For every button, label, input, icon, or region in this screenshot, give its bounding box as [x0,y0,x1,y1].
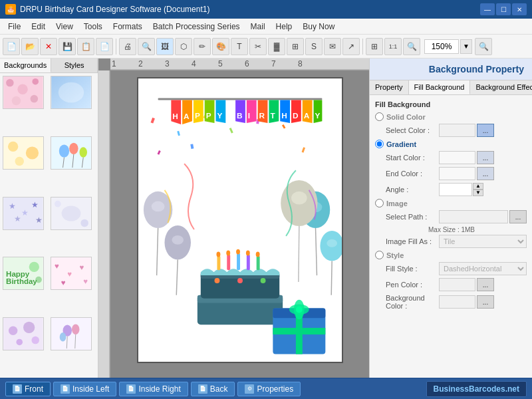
back-icon: 📄 [198,384,207,394]
start-color-input[interactable] [439,151,475,164]
bg-thumb-9[interactable] [3,317,44,350]
style-label[interactable]: Style [386,251,404,259]
menu-view[interactable]: View [51,21,78,33]
gradient-label[interactable]: Gradient [386,140,416,148]
close-button[interactable]: ✕ [512,3,527,15]
tab-front[interactable]: 📄 Front [5,382,51,396]
canvas-area: 1 2 3 4 5 6 7 8 1 [98,59,369,378]
zoom-input[interactable] [424,39,459,54]
maximize-button[interactable]: ☐ [496,3,511,15]
zoom-in-button[interactable]: 🔍 [403,38,420,55]
menu-formats[interactable]: Formats [108,21,148,33]
inside-left-label: Inside Left [72,384,109,394]
status-bar: 📄 Front 📄 Inside Left 📄 Inside Right 📄 B… [0,378,532,399]
svg-rect-73 [158,98,322,100]
tab-inside-left[interactable]: 📄 Inside Left [53,382,116,396]
menu-mail[interactable]: Mail [245,21,271,33]
tab-inside-right[interactable]: 📄 Inside Right [119,382,188,396]
select-color-button[interactable]: ... [477,124,494,137]
menu-tools[interactable]: Tools [78,21,108,33]
tab-background-effects[interactable]: Background Effects [470,80,532,94]
angle-up-button[interactable]: ▲ [473,183,483,190]
svg-text:B: B [237,111,243,120]
tab-backgrounds[interactable]: Backgrounds [0,59,51,72]
bg-thumb-10[interactable] [51,317,92,350]
add-text-button[interactable]: T [231,38,248,55]
clipart-button[interactable]: ✂ [249,38,267,55]
svg-point-32 [29,262,39,272]
start-color-label: Start Color : [386,154,439,162]
window-controls[interactable]: — ☐ ✕ [480,3,527,15]
angle-spinner[interactable]: ▲ ▼ [473,183,483,196]
svg-point-138 [295,307,302,313]
angle-input[interactable]: 359 [439,183,472,196]
aspect-button[interactable]: 1:1 [384,38,402,55]
signature-button[interactable]: S [305,38,323,55]
menu-help[interactable]: Help [271,21,298,33]
tab-property[interactable]: Property [370,80,409,94]
draw-button[interactable]: ✏ [194,38,211,55]
right-panel: Background Property Property Fill Backgr… [369,59,532,378]
barcode-button[interactable]: ▓ [268,38,285,55]
bg-thumb-3[interactable] [3,136,44,170]
copy-button[interactable]: 📄 [96,38,113,55]
grid-button[interactable]: ⊞ [366,38,383,55]
arrow-button[interactable]: ↗ [342,38,360,55]
toolbar: 📄 📂 ✕ 💾 📋 📄 🖨 🔍 🖼 ⬡ ✏ 🎨 T ✂ ▓ ⊞ S ✉ ↗ ⊞ … [0,35,532,59]
pen-color-button[interactable]: ... [477,278,494,291]
close-doc-button[interactable]: ✕ [40,38,57,55]
svg-text:♥: ♥ [79,264,84,272]
svg-rect-124 [237,253,240,271]
bg-thumb-2[interactable] [51,76,92,109]
menu-batch[interactable]: Batch Processing Series [148,21,245,33]
zoom-dropdown-button[interactable]: ▼ [460,39,472,54]
svg-text:Y: Y [315,111,320,120]
email-button[interactable]: ✉ [324,38,341,55]
tab-properties[interactable]: ⚙ Properties [237,382,301,396]
end-color-button[interactable]: ... [477,167,494,180]
gradient-row: Gradient [375,140,527,148]
bg-thumb-7[interactable]: HappyBirthday [3,257,44,290]
save-as-button[interactable]: 📋 [77,38,94,55]
tab-styles[interactable]: Styles [51,59,98,72]
print-preview-button[interactable]: 🔍 [138,38,155,55]
menu-file[interactable]: File [3,21,26,33]
solid-color-radio[interactable] [375,112,384,121]
angle-down-button[interactable]: ▼ [473,190,483,196]
add-shape-button[interactable]: ⬡ [175,38,192,55]
tab-fill-background[interactable]: Fill Background [409,80,471,94]
zoom-out-button[interactable]: 🔍 [475,38,492,55]
add-image-button[interactable]: 🖼 [156,38,174,55]
bg-color-button[interactable]: ... [477,295,494,309]
design-canvas[interactable]: H A P P Y B I [137,77,343,363]
print-button[interactable]: 🖨 [119,38,136,55]
qr-button[interactable]: ⊞ [287,38,304,55]
bg-thumb-8[interactable]: ♥♥♥♥♥ [51,257,92,290]
image-radio[interactable] [375,199,384,207]
menu-buynow[interactable]: Buy Now [297,21,340,33]
solid-color-label[interactable]: Solid Color [386,113,426,121]
bg-thumb-5[interactable]: ★★★★★ [3,197,44,230]
bg-thumb-4[interactable] [51,136,92,170]
end-color-input[interactable] [439,167,475,180]
bg-thumb-1[interactable] [3,76,44,109]
svg-rect-123 [227,255,230,271]
new-button[interactable]: 📄 [3,38,20,55]
style-radio[interactable] [375,251,384,259]
paint-button[interactable]: 🎨 [212,38,229,55]
bg-thumb-6[interactable] [51,197,92,230]
tab-back[interactable]: 📄 Back [191,382,235,396]
save-button[interactable]: 💾 [59,38,76,55]
gradient-radio[interactable] [375,140,384,148]
zoom-control[interactable]: ▼ [424,39,472,54]
menu-edit[interactable]: Edit [26,21,51,33]
property-body: Fill Background Solid Color Select Color… [370,95,532,378]
select-path-button[interactable]: ... [509,210,527,223]
image-label[interactable]: Image [386,200,408,207]
pen-color-label: Pen Color : [386,281,439,289]
svg-text:★: ★ [35,216,43,224]
start-color-button[interactable]: ... [477,151,494,164]
minimize-button[interactable]: — [480,3,495,15]
select-path-label: Select Path : [386,213,439,221]
open-button[interactable]: 📂 [21,38,39,55]
